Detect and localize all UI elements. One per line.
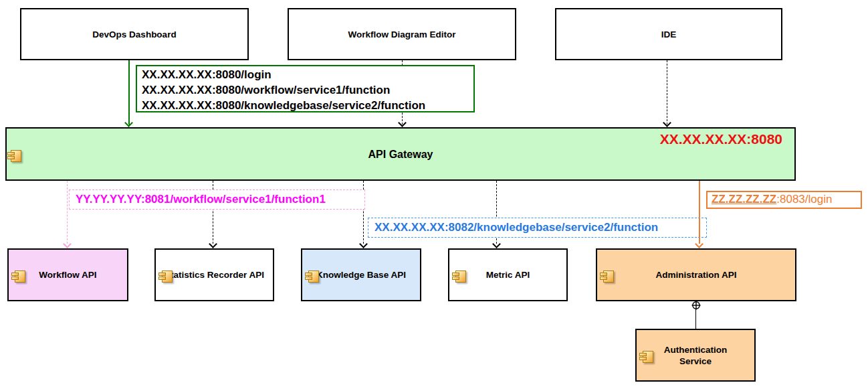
component-icon <box>643 351 653 363</box>
gateway-label: API Gateway <box>368 149 433 160</box>
edge-label-knowledgebase-route: XX.XX.XX.XX:8082/knowledgebase/service2/… <box>368 218 707 238</box>
service-label: Authentication Service <box>657 344 734 367</box>
arrowhead-down-icon <box>359 240 368 248</box>
component-icon <box>455 270 466 283</box>
component-diagram: DevOps Dashboard Workflow Diagram Editor… <box>0 0 868 389</box>
gateway-routes-note: XX.XX.XX.XX:8080/login XX.XX.XX.XX:8080/… <box>136 65 475 112</box>
client-box-devops-dashboard: DevOps Dashboard <box>20 8 249 60</box>
arrowhead-down-icon <box>63 240 72 248</box>
component-icon <box>603 270 614 283</box>
arrowhead-down-icon <box>398 119 407 127</box>
edge-label-text: YY.YY.YY.YY:8081/workflow/service1/funct… <box>76 193 326 206</box>
service-box-metric-api: Metric API <box>448 248 568 301</box>
service-box-workflow-api: Workflow API <box>7 248 128 301</box>
edge-label-admin-route: ZZ.ZZ.ZZ.ZZ:8083/login <box>706 191 862 209</box>
service-box-knowledge-base-api: Knowledge Base API <box>301 248 421 301</box>
edge-label-workflow-route: YY.YY.YY.YY:8081/workflow/service1/funct… <box>69 189 365 210</box>
component-icon <box>11 150 21 162</box>
arrowhead-down-icon <box>695 240 703 248</box>
connector-gateway-to-workflow-api <box>67 181 68 244</box>
arrowhead-down-icon <box>209 240 217 248</box>
client-label: IDE <box>661 29 677 40</box>
service-label: Knowledge Base API <box>316 269 406 281</box>
client-label: Workflow Diagram Editor <box>348 29 455 40</box>
client-box-ide: IDE <box>555 8 782 60</box>
connector-ide-to-gateway <box>667 60 667 125</box>
connector-admin-to-authentication <box>695 309 696 329</box>
route-line: XX.XX.XX.XX:8080/login <box>142 67 473 82</box>
connector-devops-to-gateway <box>128 60 130 125</box>
connector-gateway-to-administration-api <box>699 181 700 244</box>
edge-label-path: :8083/login <box>776 193 832 206</box>
service-box-administration-api: Administration API <box>596 248 796 301</box>
gateway-address: XX.XX.XX.XX:8080 <box>660 133 782 145</box>
service-label: Administration API <box>655 269 736 281</box>
component-icon <box>308 270 319 283</box>
edge-label-host: ZZ.ZZ.ZZ.ZZ <box>712 193 776 206</box>
component-icon <box>162 270 173 283</box>
arrowhead-down-icon <box>124 119 133 127</box>
service-box-authentication-service: Authentication Service <box>635 329 756 382</box>
service-box-statistics-recorder-api: Statistics Recorder API <box>154 248 274 301</box>
port-plus-circle-icon <box>691 301 701 310</box>
client-box-workflow-diagram-editor: Workflow Diagram Editor <box>288 8 516 60</box>
service-label: Statistics Recorder API <box>165 269 264 281</box>
route-line: XX.XX.XX.XX:8080/knowledgebase/service2/… <box>142 98 473 112</box>
api-gateway-node: API Gateway XX.XX.XX.XX:8080 <box>5 127 796 181</box>
service-label: Workflow API <box>39 269 96 281</box>
service-label: Metric API <box>486 269 530 281</box>
component-icon <box>15 270 25 283</box>
route-line: XX.XX.XX.XX:8080/workflow/service1/funct… <box>142 82 473 98</box>
client-label: DevOps Dashboard <box>92 29 176 40</box>
arrowhead-down-icon <box>663 119 671 127</box>
edge-label-text: XX.XX.XX.XX:8082/knowledgebase/service2/… <box>374 221 658 234</box>
arrowhead-down-icon <box>492 240 501 248</box>
